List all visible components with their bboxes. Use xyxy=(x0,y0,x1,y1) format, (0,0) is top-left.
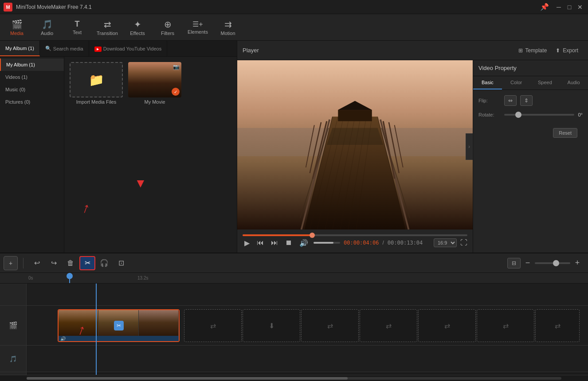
property-panel: Video Property Basic Color Speed Audio xyxy=(473,60,588,253)
toolbar-elements-label: Elements xyxy=(188,29,208,35)
add-to-timeline-button[interactable]: + xyxy=(4,256,18,270)
toolbar-item-filters[interactable]: ⊕ Filters xyxy=(153,15,183,40)
sidebar-item-my-album[interactable]: My Album (1) xyxy=(0,58,64,71)
scissors-button[interactable]: ✂ xyxy=(79,256,95,270)
top-track xyxy=(27,284,588,306)
prop-tab-color[interactable]: Color xyxy=(502,76,531,89)
next-button[interactable]: ⏭ xyxy=(269,238,280,248)
empty-slot-5: ⇄ xyxy=(418,309,476,342)
media-grid: 📁 Import Media Files 📷 ✓ My Movie ▼ xyxy=(64,57,237,253)
audio-icon: 🎵 xyxy=(42,19,53,30)
filters-icon: ⊕ xyxy=(164,19,172,30)
minimize-button[interactable]: ─ xyxy=(554,3,563,12)
close-button[interactable]: ✕ xyxy=(576,3,584,12)
tab-download-youtube[interactable]: ▶ Download YouTube Videos xyxy=(89,41,168,56)
prop-tab-speed[interactable]: Speed xyxy=(531,76,560,89)
stop-button[interactable]: ⏹ xyxy=(283,238,294,248)
template-button[interactable]: ⊞ Template xyxy=(514,46,552,55)
maximize-button[interactable]: □ xyxy=(565,3,574,12)
app-icon: M xyxy=(4,3,12,12)
redo-button[interactable]: ↪ xyxy=(46,256,62,270)
toolbar-transition-label: Transition xyxy=(97,31,118,36)
zoom-handle[interactable] xyxy=(553,260,559,266)
video-canvas xyxy=(237,60,473,229)
tab-search-media[interactable]: 🔍 Search media xyxy=(40,41,89,56)
toolbar-item-transition[interactable]: ⇄ Transition xyxy=(92,15,122,40)
reset-button[interactable]: Reset xyxy=(553,128,577,138)
toolbar-item-audio[interactable]: 🎵 Audio xyxy=(32,15,62,40)
flip-vertical-button[interactable]: ⇕ xyxy=(520,95,533,106)
toolbar-item-effects[interactable]: ✦ Effects xyxy=(122,15,153,40)
flip-horizontal-button[interactable]: ⇔ xyxy=(504,95,517,106)
titlebar: M MiniTool MovieMaker Free 7.4.1 📌 ─ □ ✕ xyxy=(0,0,588,14)
track-label-top xyxy=(0,284,26,306)
clip-audio-bar: 🔊 xyxy=(59,336,179,341)
audio-detach-button[interactable]: 🎧 xyxy=(96,256,112,270)
aspect-ratio-select[interactable]: 16:9 xyxy=(434,238,457,247)
timeline-area: + ↩ ↪ 🗑 ✂ 🎧 ⊡ ⊟ − + xyxy=(0,253,588,381)
progress-handle[interactable] xyxy=(310,233,315,238)
toolbar-item-motion[interactable]: ⇉ Motion xyxy=(213,15,243,40)
empty-slot-1: ⇄ xyxy=(184,309,242,342)
property-section: Flip: ⇔ ⇕ Rotate: 0° xyxy=(473,90,588,123)
effects-icon: ✦ xyxy=(134,19,141,30)
prop-tab-audio[interactable]: Audio xyxy=(559,76,588,89)
media-item-import[interactable]: 📁 Import Media Files xyxy=(70,62,123,105)
ruler-cursor xyxy=(69,273,70,283)
clip-scissors-badge: ✂ xyxy=(114,321,124,330)
progress-bar[interactable] xyxy=(243,234,467,236)
left-tabs: My Album (1) 🔍 Search media ▶ Download Y… xyxy=(0,41,237,57)
volume-slider[interactable] xyxy=(314,242,340,244)
video-frame xyxy=(237,60,473,229)
mymovie-thumb[interactable]: 📷 ✓ xyxy=(128,62,181,97)
slot-icon-4: ⇄ xyxy=(386,322,392,330)
columns-button[interactable]: ⊟ xyxy=(507,258,521,268)
scrollbar-track[interactable] xyxy=(27,377,561,380)
tl-edit-tools: ↩ ↪ 🗑 ✂ 🎧 ⊡ xyxy=(25,256,133,270)
window-controls: ─ □ ✕ xyxy=(554,3,584,12)
elements-icon: ☰+ xyxy=(192,20,203,28)
arrow-down-1: ▼ xyxy=(134,176,147,190)
export-button[interactable]: ⬆ Export xyxy=(551,46,583,55)
crop-button[interactable]: ⊡ xyxy=(113,256,129,270)
flip-label: Flip: xyxy=(478,98,501,103)
prop-tab-basic[interactable]: Basic xyxy=(473,76,502,89)
prev-button[interactable]: ⏮ xyxy=(255,238,266,248)
scrollbar-thumb[interactable] xyxy=(27,377,348,380)
panel-collapse-button[interactable]: › xyxy=(466,133,473,160)
slot-icon-6: ⇄ xyxy=(503,322,509,330)
sidebar-item-videos[interactable]: Videos (1) xyxy=(0,71,64,83)
toolbar-item-elements[interactable]: ☰+ Elements xyxy=(183,15,213,40)
zoom-in-button[interactable]: + xyxy=(572,258,583,268)
player-label: Player xyxy=(243,47,514,54)
tab-my-album[interactable]: My Album (1) xyxy=(0,41,40,56)
sidebar-item-music[interactable]: Music (0) xyxy=(0,83,64,96)
undo-button[interactable]: ↩ xyxy=(29,256,45,270)
volume-button[interactable]: 🔊 xyxy=(298,238,310,248)
toolbar-effects-label: Effects xyxy=(130,31,145,36)
toolbar-item-media[interactable]: 🎬 Media xyxy=(2,15,32,40)
property-panel-title: Video Property xyxy=(473,60,588,76)
audio-track xyxy=(27,346,588,372)
zoom-out-button[interactable]: − xyxy=(522,258,533,268)
video-clip[interactable]: 🔊 ✂ xyxy=(58,309,180,342)
fullscreen-button[interactable]: ⛶ xyxy=(460,239,467,247)
play-button[interactable]: ▶ xyxy=(243,238,251,248)
volume-fill xyxy=(314,242,333,244)
media-library: My Album (1) Videos (1) Music (0) Pictur… xyxy=(0,57,237,253)
time-separator: / xyxy=(382,240,384,246)
media-item-mymovie[interactable]: 📷 ✓ My Movie xyxy=(128,62,181,105)
import-thumb[interactable]: 📁 xyxy=(70,62,123,97)
time-current: 00:00:04:06 xyxy=(344,240,379,246)
delete-button[interactable]: 🗑 xyxy=(63,256,78,270)
zoom-slider[interactable] xyxy=(535,262,570,264)
toolbar-text-label: Text xyxy=(73,30,82,35)
slot-icon-7: ⇄ xyxy=(555,322,561,330)
export-icon: ⬆ xyxy=(556,47,560,54)
rotate-handle[interactable] xyxy=(515,112,521,118)
rotate-slider[interactable] xyxy=(504,114,574,116)
toolbar-item-text[interactable]: T Text xyxy=(62,15,92,40)
pin-icon[interactable]: 📌 xyxy=(540,3,549,11)
sidebar-item-pictures[interactable]: Pictures (0) xyxy=(0,96,64,108)
mymovie-label: My Movie xyxy=(144,99,165,105)
